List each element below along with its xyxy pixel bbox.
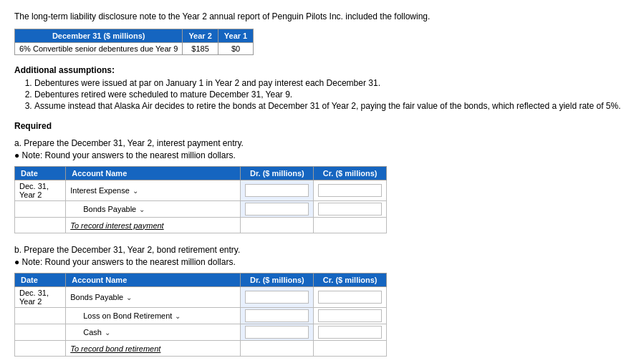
a-account-3: To record interest payment bbox=[66, 218, 241, 233]
table-row: Bonds Payable ⌄ bbox=[15, 201, 387, 218]
b-date-4 bbox=[15, 341, 66, 357]
year1-value: $0 bbox=[218, 43, 253, 55]
a-account-2[interactable]: Bonds Payable ⌄ bbox=[66, 201, 241, 218]
b-cr-1[interactable] bbox=[314, 287, 387, 308]
b-cr-2[interactable] bbox=[314, 308, 387, 324]
section-a-note: ● Note: Round your answers to the neares… bbox=[14, 150, 630, 160]
a-account-header: Account Name bbox=[66, 167, 241, 180]
a-dr-header: Dr. ($ millions) bbox=[241, 167, 314, 180]
intro-text: The long-term liability disclosure note … bbox=[14, 11, 630, 21]
a-dr-1[interactable] bbox=[241, 180, 314, 201]
b-account-2[interactable]: Loss on Bond Retirement ⌄ bbox=[66, 308, 241, 324]
assumption-1: Debentures were issued at par on January… bbox=[34, 78, 630, 88]
a-cr-3 bbox=[314, 218, 387, 233]
table-row: Cash ⌄ bbox=[15, 324, 387, 341]
debenture-label: 6% Convertible senior debentures due Yea… bbox=[15, 43, 183, 55]
b-cr-input-3[interactable] bbox=[318, 326, 382, 339]
table-row: To record interest payment bbox=[15, 218, 387, 233]
dropdown-arrow-icon[interactable]: ⌄ bbox=[175, 312, 181, 320]
a-dr-input-1[interactable] bbox=[245, 184, 309, 197]
assumption-3: Assume instead that Alaska Air decides t… bbox=[34, 101, 630, 111]
col2-header: Year 2 bbox=[183, 29, 218, 43]
table-row: Dec. 31, Year 2 Interest Expense ⌄ bbox=[15, 180, 387, 201]
b-cr-header: Cr. ($ millions) bbox=[314, 274, 387, 287]
a-cr-1[interactable] bbox=[314, 180, 387, 201]
col1-header: December 31 ($ millions) bbox=[15, 29, 183, 43]
section-a-label: a. Prepare the December 31, Year 2, inte… bbox=[14, 138, 630, 148]
b-date-header: Date bbox=[15, 274, 66, 287]
b-account-1[interactable]: Bonds Payable ⌄ bbox=[66, 287, 241, 308]
b-cr-input-2[interactable] bbox=[318, 309, 382, 322]
b-dr-1[interactable] bbox=[241, 287, 314, 308]
section-b: b. Prepare the December 31, Year 2, bond… bbox=[14, 245, 630, 357]
b-account-3-text: Cash bbox=[83, 328, 102, 337]
col3-header: Year 1 bbox=[218, 29, 253, 43]
b-cr-4 bbox=[314, 341, 387, 357]
b-dr-input-3[interactable] bbox=[245, 326, 309, 339]
a-cr-input-1[interactable] bbox=[318, 184, 382, 197]
table-row: Dec. 31, Year 2 Bonds Payable ⌄ bbox=[15, 287, 387, 308]
b-date-2 bbox=[15, 308, 66, 324]
a-date-3 bbox=[15, 218, 66, 233]
assumptions-heading: Additional assumptions: bbox=[14, 65, 630, 75]
b-dr-3[interactable] bbox=[241, 324, 314, 341]
a-account-1[interactable]: Interest Expense ⌄ bbox=[66, 180, 241, 201]
b-account-1-text: Bonds Payable bbox=[70, 293, 123, 301]
required-label: Required bbox=[14, 121, 630, 131]
section-b-table: Date Account Name Dr. ($ millions) Cr. (… bbox=[14, 273, 387, 357]
assumptions-section: Additional assumptions: Debentures were … bbox=[14, 65, 630, 111]
dropdown-arrow-icon[interactable]: ⌄ bbox=[133, 187, 138, 195]
a-account-2-text: Bonds Payable bbox=[83, 205, 136, 213]
section-a-table: Date Account Name Dr. ($ millions) Cr. (… bbox=[14, 166, 387, 233]
assumptions-list: Debentures were issued at par on January… bbox=[14, 78, 630, 111]
b-dr-input-1[interactable] bbox=[245, 291, 309, 304]
table-row: Loss on Bond Retirement ⌄ bbox=[15, 308, 387, 324]
a-date-2 bbox=[15, 201, 66, 218]
b-dr-4 bbox=[241, 341, 314, 357]
b-dr-input-2[interactable] bbox=[245, 309, 309, 322]
b-date-3 bbox=[15, 324, 66, 341]
a-cr-header: Cr. ($ millions) bbox=[314, 167, 387, 180]
b-account-2-text: Loss on Bond Retirement bbox=[83, 311, 172, 320]
b-date-1: Dec. 31, Year 2 bbox=[15, 287, 66, 308]
dropdown-arrow-icon[interactable]: ⌄ bbox=[126, 294, 132, 301]
header-table: December 31 ($ millions) Year 2 Year 1 6… bbox=[14, 29, 254, 55]
b-cr-input-1[interactable] bbox=[318, 291, 382, 304]
dropdown-arrow-icon[interactable]: ⌄ bbox=[139, 205, 145, 213]
year2-value: $185 bbox=[183, 43, 218, 55]
b-dr-2[interactable] bbox=[241, 308, 314, 324]
a-account-1-text: Interest Expense bbox=[70, 186, 130, 195]
assumption-2: Debentures retired were scheduled to mat… bbox=[34, 89, 630, 100]
section-b-note: ● Note: Round your answers to the neares… bbox=[14, 257, 630, 267]
a-cr-input-2[interactable] bbox=[318, 203, 382, 216]
dropdown-arrow-icon[interactable]: ⌄ bbox=[105, 329, 110, 337]
a-dr-2[interactable] bbox=[241, 201, 314, 218]
a-dr-input-2[interactable] bbox=[245, 203, 309, 216]
b-account-header: Account Name bbox=[66, 274, 241, 287]
a-cr-2[interactable] bbox=[314, 201, 387, 218]
a-date-1: Dec. 31, Year 2 bbox=[15, 180, 66, 201]
b-account-3[interactable]: Cash ⌄ bbox=[66, 324, 241, 341]
b-account-4: To record bond retirement bbox=[66, 341, 241, 357]
section-a: a. Prepare the December 31, Year 2, inte… bbox=[14, 138, 630, 233]
b-dr-header: Dr. ($ millions) bbox=[241, 274, 314, 287]
b-cr-3[interactable] bbox=[314, 324, 387, 341]
section-b-label: b. Prepare the December 31, Year 2, bond… bbox=[14, 245, 630, 255]
a-dr-3 bbox=[241, 218, 314, 233]
table-row: To record bond retirement bbox=[15, 341, 387, 357]
a-date-header: Date bbox=[15, 167, 66, 180]
